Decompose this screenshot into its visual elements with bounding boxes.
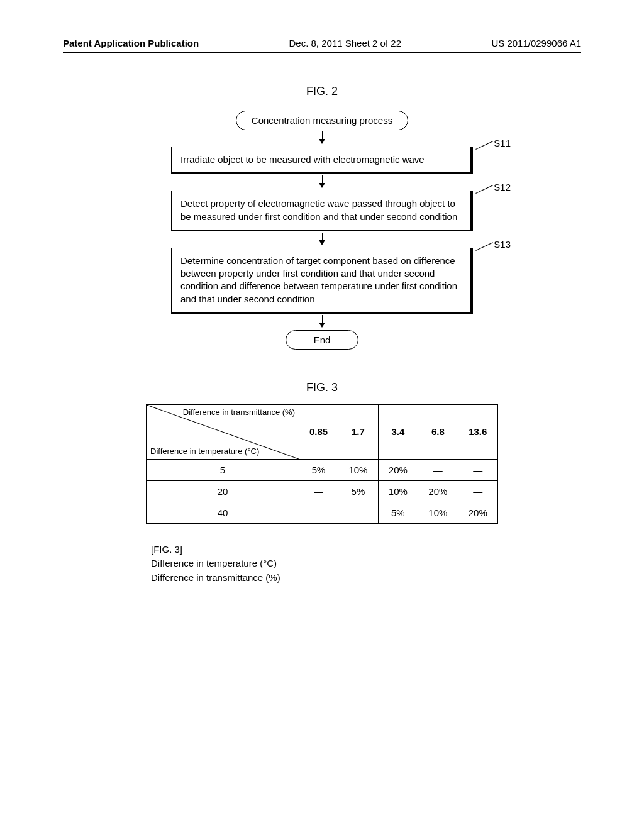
cell: 5%	[299, 459, 338, 480]
col-header: 0.85	[299, 404, 338, 459]
row-label: 20	[147, 480, 299, 502]
flow-step-s13: S13 Determine concentration of target co…	[171, 248, 473, 314]
cell: 20%	[378, 459, 418, 480]
diag-top-label: Difference in transmittance (%)	[183, 407, 295, 418]
table-row: 40 — — 5% 10% 20%	[147, 502, 498, 523]
fig3-label: FIG. 3	[146, 381, 498, 394]
footnote-line: Difference in transmittance (%)	[151, 571, 581, 585]
flow-arrow-icon	[171, 233, 473, 246]
footnote-line: Difference in temperature (°C)	[151, 556, 581, 571]
table-row: Difference in transmittance (%) Differen…	[147, 404, 498, 459]
header-center: Dec. 8, 2011 Sheet 2 of 22	[289, 38, 401, 48]
cell: —	[458, 459, 497, 480]
fig3-table: Difference in transmittance (%) Differen…	[146, 404, 498, 524]
step-tag: S12	[494, 182, 511, 192]
cell: —	[338, 502, 378, 523]
step-tag: S13	[494, 239, 511, 250]
header-rule	[63, 52, 581, 53]
step-text: Detect property of electromagnetic wave …	[171, 191, 473, 231]
cell: —	[458, 480, 497, 502]
col-header: 13.6	[458, 404, 497, 459]
flow-arrow-icon	[171, 315, 473, 329]
step-text: Irradiate object to be measured with ele…	[171, 147, 473, 174]
cell: 20%	[458, 502, 497, 523]
flow-start-text: Concentration measuring process	[252, 115, 392, 126]
flow-start: Concentration measuring process	[236, 111, 408, 130]
fig3-footnote: [FIG. 3] Difference in temperature (°C) …	[151, 543, 581, 585]
cell: 20%	[418, 480, 458, 502]
footnote-title: [FIG. 3]	[151, 543, 581, 557]
row-label: 5	[147, 459, 299, 480]
diag-bottom-label: Difference in temperature (°C)	[150, 446, 259, 456]
flow-end-text: End	[314, 335, 331, 345]
flow-arrow-icon	[171, 131, 473, 145]
cell: 10%	[338, 459, 378, 480]
col-header: 3.4	[378, 404, 418, 459]
figure-3: FIG. 3 Difference in transmittance (%) D…	[146, 381, 498, 524]
col-header: 6.8	[418, 404, 458, 459]
cell: —	[299, 480, 338, 502]
cell: —	[299, 502, 338, 523]
header-right: US 2011/0299066 A1	[491, 38, 581, 48]
cell: 10%	[418, 502, 458, 523]
col-header: 1.7	[338, 404, 378, 459]
flow-step-s11: S11 Irradiate object to be measured with…	[171, 147, 473, 174]
page-header: Patent Application Publication Dec. 8, 2…	[63, 38, 581, 48]
diagonal-header: Difference in transmittance (%) Differen…	[147, 404, 299, 459]
flow-step-s12: S12 Detect property of electromagnetic w…	[171, 191, 473, 231]
row-label: 40	[147, 502, 299, 523]
fig2-label: FIG. 2	[171, 85, 473, 98]
cell: 10%	[378, 480, 418, 502]
cell: 5%	[378, 502, 418, 523]
step-text: Determine concentration of target compon…	[171, 248, 473, 314]
cell: 5%	[338, 480, 378, 502]
table-row: 5 5% 10% 20% — —	[147, 459, 498, 480]
figure-2: FIG. 2 Concentration measuring process S…	[171, 85, 473, 350]
flow-end: End	[286, 330, 359, 350]
header-left: Patent Application Publication	[63, 38, 199, 48]
cell: —	[418, 459, 458, 480]
step-tag: S11	[494, 138, 511, 148]
table-row: 20 — 5% 10% 20% —	[147, 480, 498, 502]
flow-arrow-icon	[171, 175, 473, 189]
